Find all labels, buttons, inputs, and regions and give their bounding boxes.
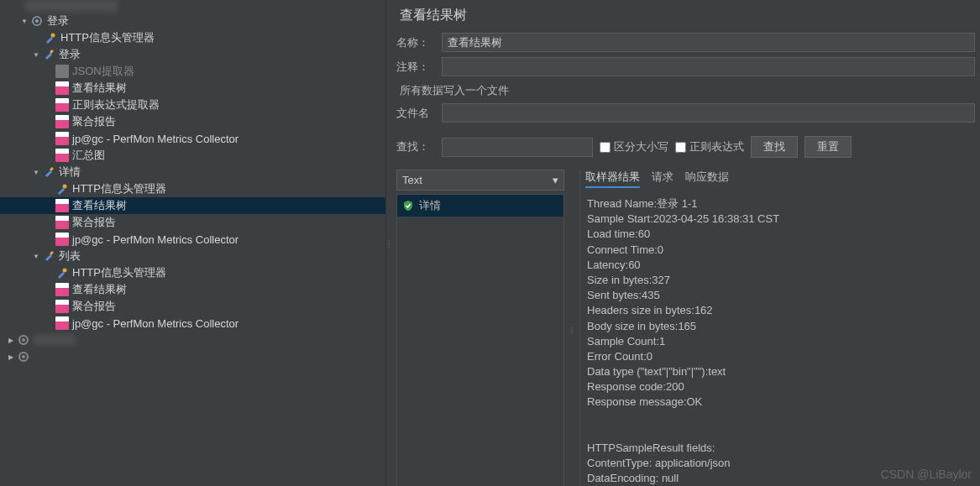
tree-item-aggregate[interactable]: 聚合报告: [0, 298, 385, 315]
tree-item-results-tree-selected[interactable]: 查看结果树: [0, 197, 385, 214]
search-button[interactable]: 查找: [751, 136, 798, 158]
toggle-icon[interactable]: ▼: [18, 15, 30, 27]
name-input[interactable]: [442, 33, 975, 52]
tree-item-detail-sampler[interactable]: ▼ 详情: [0, 164, 385, 180]
tree-item-aggregate[interactable]: 聚合报告: [0, 113, 385, 130]
render-dropdown[interactable]: Text ▾: [396, 170, 564, 191]
toggle-icon[interactable]: ▶: [5, 334, 17, 346]
listener-icon: [55, 300, 69, 313]
tree-label: 正则表达式提取器: [72, 97, 160, 112]
svg-point-6: [22, 338, 25, 342]
sample-label: 详情: [419, 198, 441, 213]
filename-row: 文件名: [396, 103, 975, 123]
test-plan-tree: ▼ 登录 HTTP信息头管理器 ▼ 登录 JSON提取器 查看结果树 正则表: [0, 0, 385, 365]
listener-icon: [55, 98, 69, 112]
listener-icon: [55, 149, 69, 162]
comment-label: 注释：: [396, 60, 435, 75]
tree-item-perfmon[interactable]: jp@gc - PerfMon Metrics Collector: [0, 315, 385, 332]
regex-checkbox[interactable]: 正则表达式: [675, 139, 744, 154]
tree-item-aggregate[interactable]: 聚合报告: [0, 214, 385, 231]
tree-item-json-extractor[interactable]: JSON提取器: [0, 63, 385, 80]
svg-point-3: [63, 185, 67, 189]
tree-label: 登录: [59, 47, 81, 62]
toggle-icon[interactable]: ▼: [30, 250, 42, 262]
toggle-icon[interactable]: ▶: [5, 351, 17, 363]
regex-checkbox-input[interactable]: [675, 142, 686, 153]
details-panel: 查看结果树 名称： 注释： 所有数据写入一个文件 文件名 查找： 区分大小写 正…: [391, 0, 980, 486]
search-label: 查找：: [396, 139, 435, 154]
toggle-icon[interactable]: ▼: [30, 166, 42, 178]
tree-label: 查看结果树: [72, 81, 127, 96]
case-sensitive-checkbox[interactable]: 区分大小写: [600, 139, 668, 154]
tree-item-http-header[interactable]: HTTP信息头管理器: [0, 264, 385, 281]
svg-point-1: [35, 19, 39, 23]
sampler-icon: [42, 48, 55, 61]
regex-label: 正则表达式: [689, 139, 744, 154]
svg-point-2: [51, 34, 55, 38]
svg-point-8: [22, 355, 25, 358]
file-section-label: 所有数据写入一个文件: [396, 81, 975, 100]
tree-label: 列表: [59, 248, 81, 264]
toggle-icon[interactable]: ▼: [30, 49, 42, 60]
tree-label: 查看结果树: [72, 198, 127, 213]
listener-icon: [55, 199, 69, 212]
samples-column: Text ▾ 详情: [396, 170, 564, 486]
tree-item-collapsed[interactable]: ▶: [0, 348, 385, 365]
tree-item-perfmon[interactable]: jp@gc - PerfMon Metrics Collector: [0, 231, 385, 248]
redacted-area: [25, 0, 118, 12]
name-row: 名称：: [396, 33, 975, 52]
tree-label: 查看结果树: [72, 282, 127, 297]
tree-item-results-tree[interactable]: 查看结果树: [0, 281, 385, 298]
result-tabs: 取样器结果 请求 响应数据: [585, 170, 975, 191]
tree-item-list-sampler[interactable]: ▼ 列表: [0, 248, 385, 264]
sampler-result-text[interactable]: Thread Name:登录 1-1Sample Start:2023-04-2…: [585, 191, 975, 486]
name-label: 名称：: [396, 35, 435, 50]
results-area: Text ▾ 详情 ⋮⋮ 取样器结果 请求 响应数据 T: [396, 170, 975, 486]
tree-label: 详情: [59, 165, 81, 180]
tree-label: HTTP信息头管理器: [72, 265, 166, 280]
search-row: 查找： 区分大小写 正则表达式 查找 重置: [396, 136, 975, 158]
tree-item-summary[interactable]: 汇总图: [0, 147, 385, 164]
tree-label: jp@gc - PerfMon Metrics Collector: [72, 133, 238, 145]
tree-item-http-header[interactable]: HTTP信息头管理器: [0, 180, 385, 197]
tree-item-http-header[interactable]: HTTP信息头管理器: [0, 29, 385, 46]
samples-tree[interactable]: 详情: [396, 194, 564, 486]
dropdown-value: Text: [402, 174, 422, 186]
tree-item-results-tree[interactable]: 查看结果树: [0, 80, 385, 97]
splitter-grip-icon: ⋮⋮: [569, 328, 575, 333]
tree-item-login-root[interactable]: ▼ 登录: [0, 13, 385, 29]
tree-label: 聚合报告: [72, 299, 116, 314]
search-input[interactable]: [442, 138, 593, 157]
tree-label: 聚合报告: [72, 215, 116, 230]
tree-label: 聚合报告: [72, 114, 116, 129]
listener-icon: [55, 81, 69, 95]
sample-item[interactable]: 详情: [397, 195, 563, 217]
tree-label: 登录: [47, 13, 69, 29]
tree-item-regex-extractor[interactable]: 正则表达式提取器: [0, 97, 385, 113]
chevron-down-icon: ▾: [553, 174, 558, 186]
config-icon: [55, 182, 69, 196]
comment-row: 注释：: [396, 57, 975, 76]
tab-request[interactable]: 请求: [652, 170, 673, 188]
redacted-label: [34, 335, 76, 345]
listener-icon: [55, 132, 69, 145]
filename-input[interactable]: [442, 103, 975, 123]
tree-label: HTTP信息头管理器: [60, 30, 155, 45]
svg-point-4: [63, 269, 67, 273]
comment-input[interactable]: [442, 57, 975, 76]
tree-item-collapsed[interactable]: ▶: [0, 332, 385, 348]
listener-icon: [55, 233, 69, 246]
config-icon: [44, 31, 57, 44]
panel-title: 查看结果树: [396, 3, 975, 33]
listener-icon: [55, 283, 69, 296]
case-checkbox-input[interactable]: [600, 142, 611, 153]
inner-splitter[interactable]: ⋮⋮: [569, 170, 574, 486]
tab-sampler-result[interactable]: 取样器结果: [585, 170, 640, 188]
tree-item-perfmon[interactable]: jp@gc - PerfMon Metrics Collector: [0, 130, 385, 147]
tree-item-login-sampler[interactable]: ▼ 登录: [0, 46, 385, 63]
tab-response[interactable]: 响应数据: [685, 170, 729, 188]
tree-label: jp@gc - PerfMon Metrics Collector: [72, 233, 238, 246]
tree-label: jp@gc - PerfMon Metrics Collector: [72, 317, 238, 330]
reset-button[interactable]: 重置: [804, 136, 852, 158]
success-shield-icon: [402, 200, 414, 212]
